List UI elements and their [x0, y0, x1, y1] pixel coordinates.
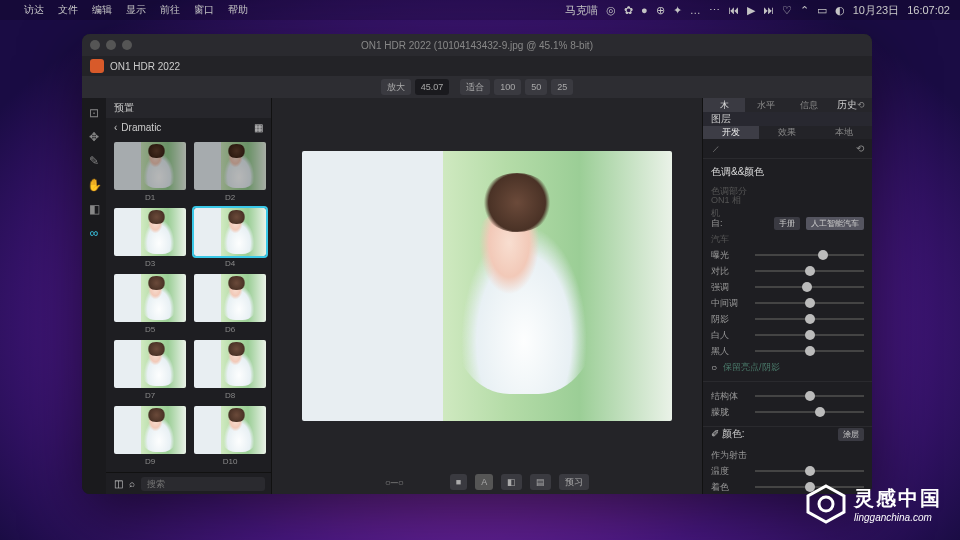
- status-icon[interactable]: ⊕: [656, 4, 665, 17]
- svg-point-1: [819, 497, 833, 511]
- view-dual-icon[interactable]: ◧: [501, 474, 522, 490]
- preset-thumb[interactable]: D6: [194, 274, 266, 334]
- view-a-button[interactable]: A: [475, 474, 493, 490]
- tone-color-title: 色调&&颜色: [711, 165, 864, 179]
- menu-go[interactable]: 前往: [160, 3, 180, 17]
- wb-picker-icon[interactable]: ⟋: [711, 143, 721, 154]
- grid-view-icon[interactable]: ▦: [254, 122, 263, 133]
- app-name: ON1 HDR 2022: [110, 61, 180, 72]
- window-controls[interactable]: [90, 40, 132, 50]
- status-icon[interactable]: ◐: [835, 4, 845, 17]
- ai-tool-icon[interactable]: ∞: [87, 226, 101, 240]
- main-image: [302, 151, 672, 421]
- 白人-slider[interactable]: [755, 329, 864, 341]
- zoom-50-button[interactable]: 50: [525, 79, 547, 95]
- subtab-effects[interactable]: 效果: [759, 126, 815, 139]
- 阴影-slider[interactable]: [755, 313, 864, 325]
- ai-mode-chip[interactable]: 人工智能汽车: [806, 217, 864, 230]
- compare-toggle-icon[interactable]: ○─○: [385, 477, 404, 488]
- tab-history[interactable]: 历史 ⟲: [830, 98, 872, 112]
- preset-thumb[interactable]: D7: [114, 340, 186, 400]
- 朦胧-slider[interactable]: [755, 406, 864, 418]
- status-icon[interactable]: ⋯: [709, 4, 720, 17]
- slider-label: 阴影: [711, 313, 749, 326]
- slider-label: 强调: [711, 281, 749, 294]
- layers-header[interactable]: 图层: [703, 112, 872, 126]
- preview-button[interactable]: 预习: [559, 474, 589, 490]
- menu-window[interactable]: 窗口: [194, 3, 214, 17]
- menu-edit[interactable]: 编辑: [92, 3, 112, 17]
- 曝光-slider[interactable]: [755, 249, 864, 261]
- zoom-value-field[interactable]: 45.07: [415, 79, 450, 95]
- presets-header: 预置: [106, 98, 271, 118]
- zoom-25-button[interactable]: 25: [551, 79, 573, 95]
- preset-thumb[interactable]: D4: [194, 208, 266, 268]
- subtab-develop[interactable]: 开发: [703, 126, 759, 139]
- preset-thumb[interactable]: D10: [194, 406, 266, 466]
- compare-icon[interactable]: ◫: [114, 478, 123, 489]
- prev-track-icon[interactable]: ⏮: [728, 4, 739, 16]
- tab-info[interactable]: 信息: [788, 98, 830, 112]
- preset-thumb[interactable]: D8: [194, 340, 266, 400]
- auto-label: 自:: [711, 217, 749, 230]
- tab-nav[interactable]: 木: [703, 98, 745, 112]
- eyedropper-icon[interactable]: ✐: [711, 428, 719, 439]
- window-titlebar: ON1 HDR 2022 (10104143432-9.jpg @ 45.1% …: [82, 34, 872, 56]
- hand-tool-icon[interactable]: ✋: [87, 178, 101, 192]
- menu-finder[interactable]: 访达: [24, 3, 44, 17]
- brush-tool-icon[interactable]: ✎: [87, 154, 101, 168]
- apply-button[interactable]: 涂层: [838, 428, 864, 441]
- menu-view[interactable]: 显示: [126, 3, 146, 17]
- status-icon[interactable]: ◎: [606, 4, 616, 17]
- dim-label: 汽车: [711, 233, 749, 246]
- reset-icon[interactable]: ⟲: [856, 143, 864, 154]
- preset-thumb[interactable]: D9: [114, 406, 186, 466]
- 对比-slider[interactable]: [755, 265, 864, 277]
- preset-thumb[interactable]: D1: [114, 142, 186, 202]
- preset-label: D8: [225, 391, 235, 400]
- 结构体-slider[interactable]: [755, 390, 864, 402]
- macos-menubar: 访达 文件 编辑 显示 前往 窗口 帮助 马克喵 ◎ ✿ ● ⊕ ✦ … ⋯ ⏮…: [0, 0, 960, 20]
- canvas-bottom-bar: ○─○ ■ A ◧ ▤ 预习: [272, 470, 702, 494]
- 中间调-slider[interactable]: [755, 297, 864, 309]
- 温度-slider[interactable]: [755, 465, 864, 477]
- 强调-slider[interactable]: [755, 281, 864, 293]
- preset-breadcrumb[interactable]: ‹ Dramatic ▦: [106, 118, 271, 136]
- status-icon[interactable]: ✦: [673, 4, 682, 17]
- watermark-logo-icon: [804, 482, 848, 526]
- status-icon[interactable]: ●: [641, 4, 648, 16]
- protect-label: 保留亮点/阴影: [723, 361, 780, 374]
- zoom-100-button[interactable]: 100: [494, 79, 521, 95]
- status-time: 16:07:02: [907, 4, 950, 16]
- color-row: ✐ 颜色: 涂层: [703, 427, 872, 441]
- 黑人-slider[interactable]: [755, 345, 864, 357]
- fit-button[interactable]: 适合: [460, 79, 490, 95]
- next-track-icon[interactable]: ⏭: [763, 4, 774, 16]
- heart-icon[interactable]: ♡: [782, 4, 792, 17]
- image-viewer[interactable]: [272, 98, 702, 470]
- status-icon[interactable]: …: [690, 4, 701, 16]
- menu-help[interactable]: 帮助: [228, 3, 248, 17]
- play-icon[interactable]: ▶: [747, 4, 755, 17]
- view-square-icon[interactable]: ■: [450, 474, 467, 490]
- tab-level[interactable]: 水平: [745, 98, 787, 112]
- preset-label: D3: [145, 259, 155, 268]
- manual-mode-chip[interactable]: 手册: [774, 217, 800, 230]
- preset-thumb[interactable]: D2: [194, 142, 266, 202]
- preset-thumb[interactable]: D3: [114, 208, 186, 268]
- preset-label: D1: [145, 193, 155, 202]
- protect-toggle[interactable]: ○: [711, 362, 717, 373]
- preset-search-input[interactable]: [141, 477, 265, 491]
- preset-thumb[interactable]: D5: [114, 274, 186, 334]
- preset-label: D5: [145, 325, 155, 334]
- menu-file[interactable]: 文件: [58, 3, 78, 17]
- wifi-icon[interactable]: ⌃: [800, 4, 809, 17]
- view-split-icon[interactable]: ▤: [530, 474, 551, 490]
- zoom-label: 放大: [381, 79, 411, 95]
- gradient-tool-icon[interactable]: ◧: [87, 202, 101, 216]
- subtab-local[interactable]: 本地: [816, 126, 872, 139]
- battery-icon[interactable]: ▭: [817, 4, 827, 17]
- move-tool-icon[interactable]: ✥: [87, 130, 101, 144]
- crop-tool-icon[interactable]: ⊡: [87, 106, 101, 120]
- status-icon[interactable]: ✿: [624, 4, 633, 17]
